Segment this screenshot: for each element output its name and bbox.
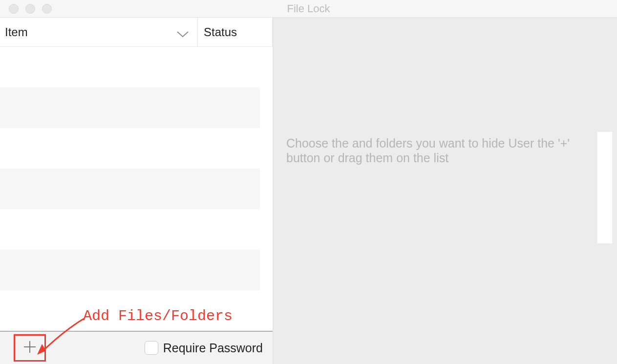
table-row[interactable]: [0, 290, 260, 331]
require-password-label: Require Password: [163, 341, 263, 355]
column-header-item[interactable]: Item: [0, 18, 198, 46]
table-row[interactable]: [0, 250, 260, 290]
require-password-checkbox[interactable]: Require Password: [145, 341, 263, 355]
window-controls: [9, 4, 52, 14]
table-body[interactable]: [0, 47, 273, 331]
content-area: Item Status: [0, 18, 617, 364]
empty-state-hint: Choose the and folders you want to hide …: [286, 136, 588, 165]
table-header: Item Status: [0, 18, 273, 47]
table-row[interactable]: [0, 47, 260, 87]
plus-icon: [22, 340, 37, 356]
table-row[interactable]: [0, 209, 260, 250]
column-header-status[interactable]: Status: [198, 18, 273, 46]
app-window: File Lock Item Status: [0, 0, 617, 364]
add-button[interactable]: [14, 334, 46, 362]
minimize-window-button[interactable]: [25, 4, 35, 14]
scrollbar-track[interactable]: [597, 132, 612, 243]
bottom-toolbar: Require Password: [0, 331, 273, 364]
left-panel: Item Status: [0, 18, 274, 364]
zoom-window-button[interactable]: [42, 4, 52, 14]
close-window-button[interactable]: [9, 4, 19, 14]
table-row[interactable]: [0, 87, 260, 128]
window-title: File Lock: [0, 2, 617, 15]
chevron-down-icon: [176, 28, 190, 37]
column-header-status-label: Status: [204, 25, 237, 39]
column-header-item-label: Item: [5, 25, 28, 39]
titlebar: File Lock: [0, 0, 617, 18]
table-row[interactable]: [0, 169, 260, 209]
right-panel: Choose the and folders you want to hide …: [274, 18, 617, 364]
table-row[interactable]: [0, 128, 260, 169]
checkbox-box[interactable]: [145, 341, 158, 355]
